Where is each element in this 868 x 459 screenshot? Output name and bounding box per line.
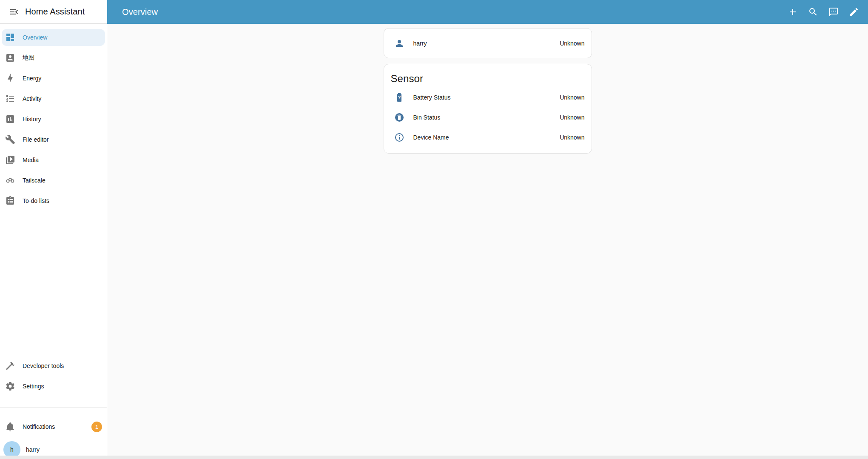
sidebar-item-todo-lists[interactable]: To-do lists: [2, 192, 105, 209]
notification-count-badge: 1: [91, 422, 102, 432]
bell-icon: [5, 422, 15, 432]
entity-icon-badge[interactable]: [391, 35, 408, 52]
edit-dashboard-button[interactable]: [844, 2, 864, 22]
entity-row-battery-status[interactable]: ?Battery StatusUnknown: [391, 87, 585, 107]
sidebar-item-file-editor[interactable]: File editor: [2, 131, 105, 148]
card-title: Sensor: [384, 64, 592, 85]
hammer-icon: [5, 361, 15, 371]
entity-state[interactable]: Unknown: [560, 40, 584, 47]
app-header: Overview: [107, 0, 868, 24]
horizontal-scrollbar[interactable]: [0, 456, 868, 459]
lightning-bolt-icon: [5, 73, 15, 83]
sidebar-item-label: Activity: [23, 95, 41, 102]
tailscale-icon: [5, 175, 15, 185]
sidebar-header: Home Assistant: [0, 0, 107, 24]
entity-icon-badge[interactable]: ?: [391, 89, 408, 106]
menu-open-icon: [9, 7, 19, 17]
notifications-section: Notifications 1: [0, 408, 107, 439]
sidebar-item-label: History: [23, 116, 41, 123]
wrench-icon: [5, 134, 15, 145]
sidebar-item-label: Energy: [23, 75, 41, 82]
sidebar-item-label: Settings: [23, 383, 44, 390]
person-card: harryUnknown: [384, 28, 592, 58]
sidebar: Home Assistant Overview地图EnergyActivityH…: [0, 0, 107, 459]
list-type-icon: [5, 94, 15, 104]
entity-name: harry: [413, 40, 560, 47]
sidebar-item-overview[interactable]: Overview: [2, 29, 105, 46]
entity-row-bin-status[interactable]: Bin StatusUnknown: [391, 107, 585, 127]
sidebar-lower-nav: Developer toolsSettings: [0, 357, 107, 398]
entity-icon-badge[interactable]: [391, 109, 408, 126]
assist-chat-icon: [828, 7, 839, 17]
add-button[interactable]: [783, 2, 803, 22]
sidebar-item-settings[interactable]: Settings: [2, 378, 105, 395]
sidebar-item-history[interactable]: History: [2, 111, 105, 128]
sidebar-item-notifications[interactable]: Notifications 1: [2, 418, 105, 435]
play-box-multiple-icon: [5, 155, 15, 165]
dashboard-view: harryUnknown Sensor ?Battery StatusUnkno…: [107, 24, 868, 459]
entity-icon-badge[interactable]: [391, 129, 408, 146]
person-icon: [394, 38, 404, 48]
entity-name: Device Name: [413, 134, 560, 141]
pencil-icon: [849, 7, 859, 17]
sidebar-item-label: Developer tools: [23, 362, 64, 369]
page-title: Overview: [122, 7, 158, 17]
entity-row-harry[interactable]: harryUnknown: [391, 34, 585, 52]
clipboard-list-icon: [5, 196, 15, 206]
sidebar-item-label: Media: [23, 157, 39, 163]
app-title: Home Assistant: [25, 7, 85, 17]
sidebar-item-label: 地图: [23, 54, 34, 62]
view-dashboard-icon: [5, 32, 15, 43]
svg-text:?: ?: [398, 95, 400, 100]
chart-box-icon: [5, 114, 15, 124]
main-area: Overview: [107, 0, 868, 459]
entity-name: Battery Status: [413, 94, 560, 101]
entity-row-device-name[interactable]: Device NameUnknown: [391, 127, 585, 147]
sidebar-item-activity[interactable]: Activity: [2, 90, 105, 107]
search-button[interactable]: [803, 2, 823, 22]
sidebar-item-tailscale[interactable]: Tailscale: [2, 172, 105, 189]
notifications-label: Notifications: [23, 423, 55, 430]
cog-icon: [5, 381, 15, 391]
entity-name: Bin Status: [413, 114, 560, 121]
battery-unknown-icon: ?: [394, 92, 404, 103]
sidebar-item-label: Tailscale: [23, 177, 46, 184]
entity-state[interactable]: Unknown: [560, 114, 584, 121]
entity-state[interactable]: Unknown: [560, 134, 584, 141]
user-name: harry: [26, 446, 40, 453]
sidebar-item-label: To-do lists: [23, 197, 49, 204]
account-box-icon: [5, 53, 15, 63]
sidebar-item-map[interactable]: 地图: [2, 49, 105, 66]
sidebar-nav: Overview地图EnergyActivityHistoryFile edit…: [0, 24, 107, 213]
menu-toggle-button[interactable]: [6, 3, 23, 20]
delete-circle-icon: [394, 112, 404, 123]
sidebar-item-developer-tools[interactable]: Developer tools: [2, 357, 105, 374]
cards-column: harryUnknown Sensor ?Battery StatusUnkno…: [384, 28, 592, 154]
sidebar-item-energy[interactable]: Energy: [2, 70, 105, 87]
header-actions: [783, 2, 864, 22]
sidebar-item-label: File editor: [23, 136, 48, 143]
search-icon: [808, 7, 818, 17]
entity-rows: ?Battery StatusUnknownBin StatusUnknownD…: [384, 85, 592, 153]
information-outline-icon: [394, 132, 404, 143]
plus-icon: [788, 7, 798, 17]
sidebar-item-label: Overview: [23, 34, 47, 41]
sidebar-item-media[interactable]: Media: [2, 151, 105, 168]
entity-state[interactable]: Unknown: [560, 94, 584, 101]
sensor-card: Sensor ?Battery StatusUnknownBin StatusU…: [384, 64, 592, 154]
entity-rows: harryUnknown: [384, 29, 592, 58]
assist-button[interactable]: [823, 2, 844, 22]
home-assistant-app: Home Assistant Overview地图EnergyActivityH…: [0, 0, 868, 459]
